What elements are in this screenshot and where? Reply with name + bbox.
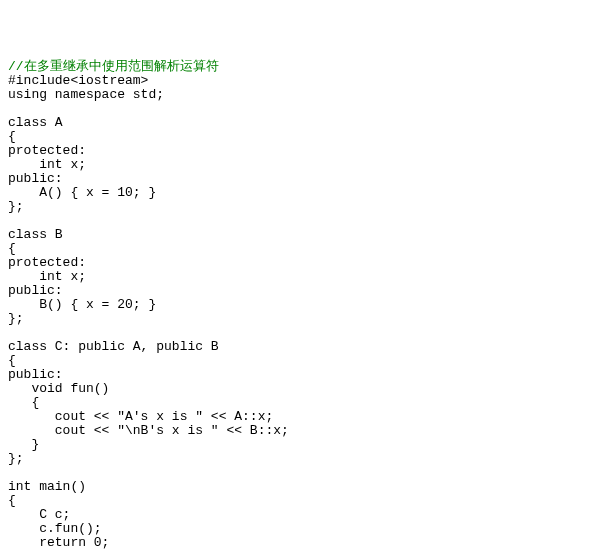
- code-line: protected:: [8, 144, 592, 158]
- code-line: B() { x = 20; }: [8, 298, 592, 312]
- code-line: public:: [8, 172, 592, 186]
- code-line: return 0;: [8, 536, 592, 550]
- code-line: [8, 214, 592, 228]
- code-line: };: [8, 200, 592, 214]
- code-line: {: [8, 494, 592, 508]
- code-line: {: [8, 242, 592, 256]
- code-line: public:: [8, 368, 592, 382]
- code-line: int main(): [8, 480, 592, 494]
- code-line: C c;: [8, 508, 592, 522]
- code-line: [8, 466, 592, 480]
- code-line: A() { x = 10; }: [8, 186, 592, 200]
- code-line: cout << "A's x is " << A::x;: [8, 410, 592, 424]
- code-line: class B: [8, 228, 592, 242]
- code-line: {: [8, 396, 592, 410]
- code-line: };: [8, 312, 592, 326]
- code-line: [8, 102, 592, 116]
- code-line: [8, 326, 592, 340]
- code-line: int x;: [8, 158, 592, 172]
- code-line: {: [8, 354, 592, 368]
- code-line: class C: public A, public B: [8, 340, 592, 354]
- code-line: }: [8, 438, 592, 452]
- code-line: //在多重继承中使用范围解析运算符: [8, 60, 592, 74]
- code-block: //在多重继承中使用范围解析运算符#include<iostream>using…: [8, 60, 592, 551]
- code-line: class A: [8, 116, 592, 130]
- code-line: };: [8, 452, 592, 466]
- code-line: #include<iostream>: [8, 74, 592, 88]
- code-line: int x;: [8, 270, 592, 284]
- code-line: protected:: [8, 256, 592, 270]
- code-line: void fun(): [8, 382, 592, 396]
- code-line: cout << "\nB's x is " << B::x;: [8, 424, 592, 438]
- code-line: using namespace std;: [8, 88, 592, 102]
- code-line: {: [8, 130, 592, 144]
- code-line: public:: [8, 284, 592, 298]
- code-line: c.fun();: [8, 522, 592, 536]
